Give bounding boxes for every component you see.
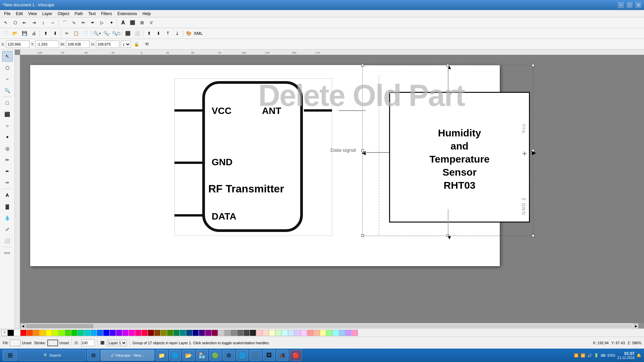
app-btn1[interactable]: 🟢 — [209, 350, 221, 361]
open-btn[interactable]: 📂 — [11, 29, 19, 38]
curve-btn[interactable]: ⌒ — [60, 18, 69, 27]
color-light-green[interactable] — [275, 330, 281, 336]
canvas-area[interactable]: -100 -75 -50 -25 0 25 50 75 100 125 150 … — [15, 50, 644, 328]
bezier-btn[interactable]: ∿ — [69, 18, 78, 27]
color-magenta[interactable] — [129, 330, 135, 336]
color-brown[interactable] — [154, 330, 160, 336]
browser-btn[interactable]: 🌐 — [169, 350, 181, 361]
color-light-pink[interactable] — [256, 330, 262, 336]
color-pale-yellow[interactable] — [320, 330, 326, 336]
color-navy[interactable] — [193, 330, 199, 336]
color-forest-green[interactable] — [173, 330, 179, 336]
dropper-tool[interactable]: 💧 — [2, 213, 13, 223]
group-btn[interactable]: ⬛ — [123, 29, 132, 38]
color-darker-gray[interactable] — [244, 330, 250, 336]
h-scroll-track[interactable] — [26, 324, 633, 328]
scroll-right-btn[interactable]: ▶ — [633, 323, 639, 329]
color-crimson[interactable] — [142, 330, 148, 336]
color-light-lavender[interactable] — [294, 330, 301, 336]
handle-ml[interactable]: ◀ — [361, 149, 364, 152]
connector-tool[interactable]: ⤢ — [2, 224, 13, 235]
color-pink[interactable] — [307, 330, 313, 336]
btn-t4[interactable]: ⇥ — [30, 18, 38, 27]
select-tool[interactable]: ↖ — [2, 51, 13, 62]
explorer-btn[interactable]: 📁 — [156, 350, 168, 361]
handle-tl[interactable] — [361, 64, 364, 67]
color-teal-green[interactable] — [78, 330, 84, 336]
xml-editor-btn[interactable]: XML — [194, 29, 203, 38]
star-tool[interactable]: ✦ — [2, 132, 13, 142]
store-btn[interactable]: 🏪 — [196, 350, 208, 361]
handle-tr[interactable] — [532, 64, 534, 67]
color-green[interactable] — [65, 330, 71, 336]
color-near-black[interactable] — [250, 330, 256, 336]
canvas[interactable]: Delete Old Part VCC — [20, 55, 644, 323]
lock-proportions-btn[interactable]: 🔒 — [132, 40, 141, 49]
color-dark-teal[interactable] — [180, 330, 186, 336]
color-gray[interactable] — [224, 330, 230, 336]
app-btn2[interactable]: ⚙ — [223, 350, 235, 361]
h-input[interactable] — [96, 41, 119, 48]
node-tool[interactable]: ⬡ — [2, 62, 13, 73]
network-icon[interactable]: 📶 — [581, 353, 585, 358]
transform-btn[interactable]: ⟲ — [142, 40, 151, 49]
box3d-tool[interactable]: ⬛ — [2, 109, 13, 120]
color-wine[interactable] — [212, 330, 218, 336]
pencil-tool[interactable]: ✏ — [2, 155, 13, 165]
color-peach[interactable] — [314, 330, 320, 336]
text-tool[interactable]: A — [2, 190, 13, 200]
lower-bottom-btn[interactable]: ⤓ — [173, 29, 181, 38]
menu-filters[interactable]: Filters — [98, 11, 115, 17]
color-dark-gray[interactable] — [237, 330, 243, 336]
print-btn[interactable]: 🖨 — [30, 29, 38, 38]
node-btn[interactable]: ⬡ — [11, 18, 19, 27]
spiral-tool[interactable]: ◎ — [2, 143, 13, 154]
app-btn6[interactable]: 🎩 — [276, 350, 288, 361]
new-btn[interactable]: 📄 — [1, 29, 10, 38]
gradient-tool[interactable]: ▓ — [2, 201, 13, 212]
color-light-purple[interactable] — [301, 330, 307, 336]
pencil-btn[interactable]: ✏ — [79, 18, 88, 27]
inkscape-taskbar-btn[interactable]: 🖊 Inkscape - New... — [101, 350, 154, 361]
color-light-blue[interactable] — [288, 330, 294, 336]
tray-icon1[interactable]: 🔼 — [574, 353, 579, 358]
fill-swatch[interactable] — [10, 340, 20, 346]
menu-text[interactable]: Text — [86, 11, 98, 17]
keyboard-icon[interactable]: ⌨ — [601, 354, 605, 357]
fill-stroke-btn[interactable]: 🎨 — [184, 29, 193, 38]
pen-tool[interactable]: ✒ — [2, 166, 13, 177]
lower-btn[interactable]: ⬇ — [154, 29, 163, 38]
h-scrollbar[interactable]: ◀ ▶ — [20, 323, 639, 328]
unit-select[interactable]: px mm cm in — [121, 41, 131, 48]
color-light-gray[interactable] — [218, 330, 224, 336]
pen-btn[interactable]: ✒ — [88, 18, 97, 27]
color-light-cyan[interactable] — [282, 330, 288, 336]
rht03-component[interactable]: ▲ ▼ ◀ ▶ Vcc GND 2 HumidityandTemperature… — [362, 65, 533, 236]
volume-icon[interactable]: 🔊 — [587, 353, 592, 358]
scroll-left-btn[interactable]: ◀ — [20, 323, 25, 329]
rect-tool[interactable]: □ — [2, 98, 13, 108]
menu-edit[interactable]: Edit — [13, 11, 25, 17]
color-pale-cyan[interactable] — [333, 330, 339, 336]
color-violet[interactable] — [116, 330, 122, 336]
opacity-input[interactable] — [81, 340, 95, 346]
notification-btn[interactable]: 🔔 — [637, 353, 641, 358]
color-purple[interactable] — [122, 330, 128, 336]
color-pale-green[interactable] — [326, 330, 332, 336]
color-dark-blue[interactable] — [186, 330, 192, 336]
vcc-label-tool[interactable]: VCC — [2, 248, 13, 258]
select-tool-btn[interactable]: ↖ — [1, 18, 10, 27]
arrow-btn[interactable]: ▷ — [98, 18, 106, 27]
language-label[interactable]: ENG — [607, 353, 615, 357]
close-button[interactable]: ✕ — [635, 2, 641, 8]
h-scroll-thumb[interactable] — [26, 324, 93, 328]
color-hot-pink[interactable] — [135, 330, 141, 336]
zoom-fit-btn[interactable]: 🔍□ — [112, 29, 120, 38]
task-view-btn[interactable]: ⧉ — [87, 350, 99, 361]
zoom-in-btn[interactable]: 🔍+ — [93, 29, 102, 38]
handle-br[interactable] — [532, 234, 534, 237]
color-light-peach[interactable] — [263, 330, 269, 336]
color-yellow-orange[interactable] — [40, 330, 46, 336]
export-btn[interactable]: ⬇ — [51, 29, 59, 38]
menu-file[interactable]: File — [1, 11, 13, 17]
